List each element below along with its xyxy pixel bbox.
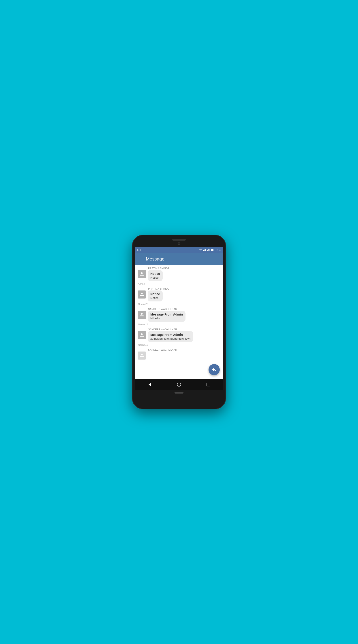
phone-device: 3:54 ← Message PRATIMA SHINDE Notice Not… bbox=[132, 235, 226, 409]
svg-rect-5 bbox=[204, 249, 205, 251]
message-group-5: SANDEEP WAGHULKAR bbox=[138, 348, 220, 360]
message-row-4: Message From Admin xgfhcjvbnhjgkhfjgdhgh… bbox=[138, 331, 220, 342]
avatar-5 bbox=[138, 352, 146, 360]
message-group-2: PRATIMA SHINDE Notice Notice bbox=[138, 287, 220, 302]
bubble-3[interactable]: Message From Admin hi hello bbox=[148, 311, 185, 322]
photo-icon bbox=[137, 249, 141, 251]
avatar-2 bbox=[138, 290, 146, 298]
svg-marker-18 bbox=[149, 383, 151, 386]
clock: 3:54 bbox=[216, 249, 221, 251]
bubble-body-2: Notice bbox=[150, 296, 160, 300]
bubble-body-1: Notice bbox=[150, 276, 160, 279]
svg-rect-10 bbox=[209, 249, 210, 252]
back-button[interactable]: ← bbox=[138, 256, 143, 262]
date-label-1: April 3 bbox=[138, 282, 220, 285]
bubble-2[interactable]: Notice Notice bbox=[148, 290, 163, 302]
nav-recent-button[interactable] bbox=[206, 382, 211, 387]
bubble-title-2: Notice bbox=[150, 292, 160, 296]
sender-name-5: SANDEEP WAGHULKAR bbox=[148, 348, 220, 351]
svg-rect-8 bbox=[208, 250, 208, 251]
sender-name-1: PRATIMA SHINDE bbox=[148, 267, 220, 270]
message-row-1: Notice Notice bbox=[138, 270, 220, 281]
signal-outline-icon bbox=[207, 249, 210, 251]
signal-icon bbox=[203, 249, 206, 251]
phone-speaker bbox=[172, 239, 186, 240]
svg-rect-3 bbox=[203, 250, 204, 251]
date-label-4: March 16 bbox=[138, 344, 220, 346]
message-group-3: SANDEEP WAGHULKAR Message From Admin hi … bbox=[138, 308, 220, 322]
svg-rect-6 bbox=[205, 249, 206, 252]
app-bar: ← Message bbox=[135, 253, 223, 265]
message-group-4: SANDEEP WAGHULKAR Message From Admin xgf… bbox=[138, 328, 220, 342]
svg-point-1 bbox=[139, 250, 139, 251]
message-row-3: Message From Admin hi hello bbox=[138, 311, 220, 322]
app-bar-title: Message bbox=[146, 256, 164, 262]
nav-back-icon bbox=[147, 382, 152, 387]
phone-screen: 3:54 ← Message PRATIMA SHINDE Notice Not… bbox=[135, 247, 223, 390]
nav-bar bbox=[135, 379, 223, 390]
avatar-4 bbox=[138, 331, 146, 339]
wifi-icon bbox=[199, 249, 202, 251]
svg-rect-20 bbox=[207, 383, 210, 386]
bubble-title-1: Notice bbox=[150, 272, 160, 276]
message-row-5 bbox=[138, 352, 220, 360]
status-bar: 3:54 bbox=[135, 247, 223, 253]
phone-camera bbox=[178, 242, 180, 245]
bubble-1[interactable]: Notice Notice bbox=[148, 270, 163, 281]
bubble-title-3: Message From Admin bbox=[150, 312, 183, 316]
svg-point-2 bbox=[200, 251, 201, 251]
phone-home-btn bbox=[175, 392, 183, 394]
message-row-2: Notice Notice bbox=[138, 290, 220, 302]
battery-icon bbox=[211, 249, 215, 251]
avatar-1 bbox=[138, 270, 146, 278]
bubble-body-3: hi hello bbox=[150, 317, 183, 320]
nav-back-button[interactable] bbox=[147, 382, 152, 387]
reply-fab[interactable] bbox=[209, 364, 220, 375]
message-group-1: PRATIMA SHINDE Notice Notice bbox=[138, 267, 220, 281]
avatar-3 bbox=[138, 311, 146, 319]
date-label-2: March 28 bbox=[138, 303, 220, 306]
status-bar-right: 3:54 bbox=[199, 249, 221, 251]
sender-name-3: SANDEEP WAGHULKAR bbox=[148, 308, 220, 310]
svg-rect-9 bbox=[208, 249, 209, 251]
sender-name-4: SANDEEP WAGHULKAR bbox=[148, 328, 220, 331]
bubble-4[interactable]: Message From Admin xgfhcjvbnhjgkhfjgdhgh… bbox=[148, 331, 193, 342]
nav-home-icon bbox=[177, 382, 181, 387]
svg-rect-12 bbox=[211, 249, 213, 251]
svg-rect-4 bbox=[204, 250, 204, 251]
svg-rect-7 bbox=[207, 250, 208, 251]
reply-icon bbox=[211, 367, 217, 372]
bubble-body-4: xgfhcjvbnhjgkhfjgdhghfgkjhkjvh bbox=[150, 337, 190, 340]
nav-recent-icon bbox=[206, 382, 210, 386]
bubble-title-4: Message From Admin bbox=[150, 333, 190, 336]
date-label-3: March 16 bbox=[138, 323, 220, 326]
nav-home-button[interactable] bbox=[176, 382, 182, 387]
svg-point-19 bbox=[177, 383, 181, 386]
status-bar-left bbox=[137, 249, 141, 251]
sender-name-2: PRATIMA SHINDE bbox=[148, 287, 220, 290]
message-list[interactable]: PRATIMA SHINDE Notice Notice April 3 PRA… bbox=[135, 265, 223, 379]
